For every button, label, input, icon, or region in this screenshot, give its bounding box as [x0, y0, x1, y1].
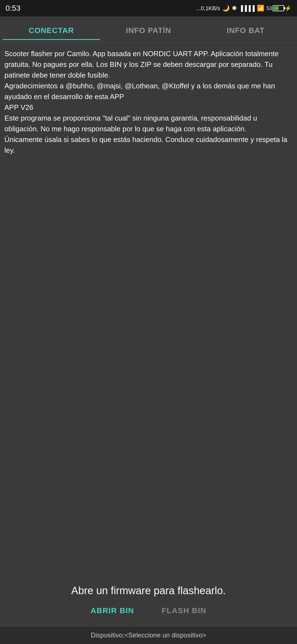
action-buttons: ABRIR BIN FLASH BIN — [6, 604, 292, 618]
bluetooth-icon: ✱ — [232, 5, 237, 12]
info-paragraph-3: Este programa se proporciona "tal cual" … — [4, 113, 293, 134]
battery-percent: 53 — [266, 6, 272, 11]
tab-bar: CONECTAR INFO PATÍN INFO BAT — [0, 17, 297, 43]
charging-icon: ⚡ — [285, 5, 292, 12]
flash-bin-button[interactable]: FLASH BIN — [156, 604, 212, 618]
info-paragraph-4: Únicamente úsala si sabes lo que estás h… — [4, 134, 293, 156]
tab-info-bat[interactable]: INFO BAT — [197, 22, 294, 40]
bottom-section: Abre un firmware para flashearlo. ABRIR … — [0, 577, 297, 626]
wifi-icon: 📶 — [257, 5, 264, 12]
battery-icon — [273, 5, 284, 11]
signal-icon: ▐▐▐▐ — [239, 5, 255, 12]
info-paragraph-2: Agradecimientos a @buhho, @majsi, @Lothe… — [4, 81, 293, 102]
device-status-bar: Dispositivo:<Seleccione un dispositivo> — [0, 626, 297, 644]
main-content: Scooter flasher por Camilo. App basada e… — [0, 43, 297, 577]
app-version: APP V26 — [4, 102, 293, 113]
tab-info-patin[interactable]: INFO PATÍN — [100, 22, 197, 40]
device-status-label: Dispositivo:<Seleccione un dispositivo> — [91, 631, 206, 639]
status-icons: ...0,1KB/s 🌙 ✱ ▐▐▐▐ 📶 53 ⚡ — [196, 5, 292, 12]
moon-icon: 🌙 — [222, 5, 230, 12]
status-bar: 0:53 ...0,1KB/s 🌙 ✱ ▐▐▐▐ 📶 53 ⚡ — [0, 0, 297, 17]
battery-container: 53 ⚡ — [266, 5, 292, 12]
info-paragraph-1: Scooter flasher por Camilo. App basada e… — [4, 48, 293, 81]
open-bin-button[interactable]: ABRIR BIN — [85, 604, 140, 618]
tab-conectar[interactable]: CONECTAR — [3, 22, 100, 40]
network-speed: ...0,1KB/s — [196, 5, 220, 12]
firmware-label: Abre un firmware para flashearlo. — [6, 585, 292, 597]
status-time: 0:53 — [6, 4, 21, 13]
battery-fill — [274, 6, 279, 10]
